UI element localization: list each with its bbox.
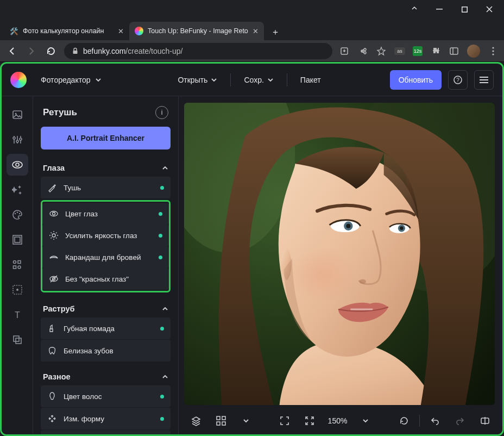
redo-button[interactable] <box>450 411 470 431</box>
tool-text-icon[interactable]: T <box>7 304 28 326</box>
ai-enhancer-button[interactable]: A.I. Portrait Enhancer <box>41 127 171 150</box>
fullscreen-button[interactable] <box>275 411 294 431</box>
panel-title: Ретушь <box>43 107 77 118</box>
tool-item-teeth-whiten[interactable]: Белизна зубов <box>41 340 171 362</box>
tool-item-redeye[interactable]: Без "красных глаз" <box>42 268 169 290</box>
highlighted-tools-group: Цвет глаз Усилить яркость глаз Карандаш … <box>41 200 171 292</box>
tool-item-eye-color[interactable]: Цвет глаз <box>42 203 169 225</box>
section-header-misc[interactable]: Разное <box>41 368 171 385</box>
browser-tab-active[interactable]: Touch Up: BeFunky - Image Reto ✕ <box>129 22 264 40</box>
divider <box>419 415 420 427</box>
kebab-menu-icon[interactable] <box>488 47 499 55</box>
svg-point-39 <box>53 213 55 215</box>
layers-button[interactable] <box>186 411 206 431</box>
tool-item-mascara[interactable]: Тушь <box>41 177 171 198</box>
svg-line-48 <box>51 238 52 239</box>
tool-label: Белизна зубов <box>64 347 114 355</box>
forward-button[interactable] <box>25 46 38 56</box>
save-button[interactable]: Сохр. <box>237 70 280 90</box>
tool-label: Без "красных глаз" <box>65 275 129 283</box>
close-icon[interactable]: ✕ <box>118 27 124 35</box>
chevron-down-icon <box>267 77 274 83</box>
section-title: Раструб <box>43 304 74 313</box>
profile-avatar[interactable] <box>467 45 480 58</box>
window-close-button[interactable] <box>477 1 502 17</box>
side-panel: Ретушь i A.I. Portrait Enhancer Глаза Ту… <box>33 96 179 434</box>
teeth-icon <box>47 346 57 356</box>
section-title: Разное <box>43 372 71 381</box>
undo-button[interactable] <box>425 411 445 431</box>
back-button[interactable] <box>5 46 18 56</box>
svg-rect-14 <box>13 111 22 119</box>
tool-artsy-icon[interactable] <box>7 204 28 226</box>
address-bar[interactable]: befunky.com/create/touch-up/ <box>64 43 332 59</box>
tool-touchup-icon[interactable] <box>7 154 28 176</box>
svg-point-29 <box>13 261 16 264</box>
grid-dropdown[interactable] <box>236 411 256 431</box>
upgrade-button[interactable]: Обновить <box>390 70 442 90</box>
compare-button[interactable] <box>475 411 495 431</box>
tool-sliders-icon[interactable] <box>7 129 28 151</box>
tool-item-lipstick[interactable]: Губная помада <box>41 317 171 339</box>
eyebrow-icon <box>49 252 59 262</box>
tool-overlays-icon[interactable] <box>7 279 28 301</box>
svg-rect-4 <box>450 48 458 54</box>
image-canvas[interactable] <box>184 103 495 405</box>
tool-textures-icon[interactable] <box>7 329 28 351</box>
share-icon[interactable] <box>357 46 368 56</box>
tool-item-hair-color[interactable]: Цвет волос <box>41 385 171 407</box>
tool-image-icon[interactable] <box>7 104 28 126</box>
svg-point-40 <box>52 234 55 237</box>
help-button[interactable]: ? <box>448 70 468 90</box>
url-domain: befunky.com <box>83 47 125 55</box>
tool-item-eye-brighten[interactable]: Усилить яркость глаз <box>42 225 169 246</box>
zoom-level[interactable]: 150% <box>325 416 351 425</box>
fit-button[interactable] <box>300 411 319 431</box>
save-label: Сохр. <box>244 76 263 84</box>
svg-line-46 <box>56 238 57 239</box>
portrait-image <box>184 103 495 405</box>
window-maximize-button[interactable] <box>452 1 477 17</box>
zoom-dropdown[interactable] <box>356 411 375 431</box>
tool-item-brush[interactable]: Кисть <box>41 430 171 434</box>
section-title: Глаза <box>43 164 65 172</box>
svg-point-62 <box>360 279 366 284</box>
browser-toolbar: befunky.com/create/touch-up/ as 12s <box>0 40 504 62</box>
window-restore-down-icon[interactable] <box>402 1 427 17</box>
reload-button[interactable] <box>45 46 58 56</box>
info-icon[interactable]: i <box>155 106 168 119</box>
reset-button[interactable] <box>394 411 414 431</box>
svg-point-7 <box>492 50 494 52</box>
tool-item-eyebrow-pencil[interactable]: Карандаш для бровей <box>42 246 169 268</box>
svg-line-45 <box>51 233 52 234</box>
bookmark-icon[interactable] <box>376 46 387 56</box>
new-tab-button[interactable]: ＋ <box>267 24 284 40</box>
extensions-icon[interactable] <box>430 46 441 56</box>
befunky-favicon-icon <box>135 27 143 35</box>
premium-dot-icon <box>159 234 162 238</box>
svg-point-26 <box>18 213 20 214</box>
section-header-mouth[interactable]: Раструб <box>41 300 171 317</box>
grid-button[interactable] <box>211 411 231 431</box>
batch-button[interactable]: Пакет <box>294 70 327 90</box>
tool-label: Карандаш для бровей <box>65 253 141 261</box>
tool-label: Изм. форму <box>64 415 104 423</box>
install-icon[interactable] <box>339 46 350 56</box>
section-header-eyes[interactable]: Глаза <box>41 159 171 177</box>
sidepanel-icon[interactable] <box>449 46 459 56</box>
browser-tab[interactable]: 🛠️ Фото калькулятор онлайн ✕ <box>4 22 129 40</box>
tool-item-reshape[interactable]: Изм. форму <box>41 408 171 429</box>
hamburger-menu-button[interactable] <box>474 70 494 90</box>
extension-lastfm-icon[interactable]: as <box>394 47 405 55</box>
open-button[interactable]: Открыть <box>171 70 224 90</box>
tool-frames-icon[interactable] <box>7 229 28 251</box>
tool-label: Губная помада <box>64 325 115 333</box>
befunky-logo-icon[interactable] <box>10 72 27 88</box>
tool-graphics-icon[interactable] <box>7 254 28 276</box>
chevron-up-icon <box>162 165 168 171</box>
tool-effects-icon[interactable] <box>7 179 28 201</box>
extension-badge-icon[interactable]: 12s <box>413 46 423 56</box>
close-icon[interactable]: ✕ <box>253 27 259 35</box>
editor-mode-dropdown[interactable]: Фоторедактор <box>33 70 109 90</box>
window-minimize-button[interactable] <box>427 1 452 17</box>
